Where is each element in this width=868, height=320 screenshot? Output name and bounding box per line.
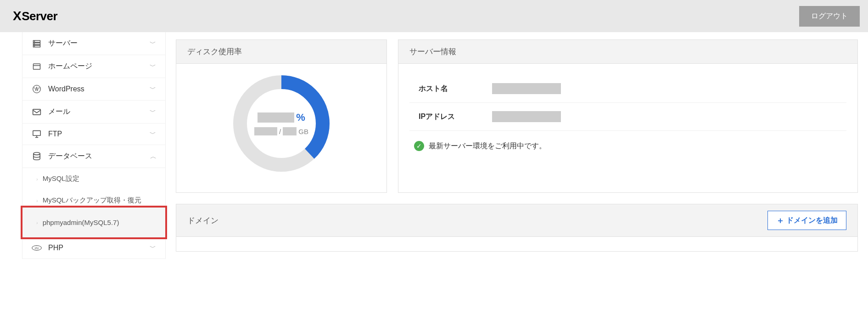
chevron-right-icon: ›: [36, 220, 38, 225]
redacted-value: [283, 127, 297, 135]
percent-sign: %: [296, 112, 305, 124]
panel-title: ディスク使用率: [176, 40, 386, 64]
sidebar-item-database[interactable]: データベース ﹀: [22, 145, 165, 168]
chevron-down-icon: ﹀: [150, 39, 156, 48]
sidebar: サーバー ﹀ ホームページ ﹀ WordPress ﹀ メール ﹀: [22, 32, 166, 259]
sidebar-subitem-mysql-settings[interactable]: › MySQL設定: [22, 168, 165, 190]
disk-usage-panel: ディスク使用率 %: [176, 39, 387, 193]
chevron-right-icon: ›: [36, 198, 38, 203]
sidebar-subitem-label: MySQL設定: [43, 174, 79, 183]
logo: XXServerServer: [13, 9, 57, 23]
sidebar-subitem-label: phpmyadmin(MySQL5.7): [43, 219, 119, 226]
sidebar-item-label: FTP: [48, 130, 150, 138]
sidebar-subitem-mysql-backup[interactable]: › MySQLバックアップ取得・復元: [22, 190, 165, 208]
wordpress-icon: [32, 84, 42, 94]
main-content: ディスク使用率 %: [166, 32, 868, 259]
sidebar-item-label: データベース: [48, 152, 150, 161]
sidebar-item-label: PHP: [48, 244, 150, 252]
svg-point-13: [34, 152, 40, 155]
status-text: 最新サーバー環境をご利用中です。: [429, 141, 546, 151]
chevron-down-icon: ﹀: [150, 130, 156, 138]
sidebar-item-label: WordPress: [48, 85, 150, 93]
svg-rect-10: [33, 131, 40, 136]
redacted-value: [492, 83, 561, 94]
chevron-down-icon: ﹀: [150, 62, 156, 71]
info-row-hostname: ホスト名: [409, 75, 846, 103]
svg-text:php: php: [35, 247, 39, 249]
status-row: ✓ 最新サーバー環境をご利用中です。: [409, 131, 846, 156]
sidebar-subitem-phpmyadmin[interactable]: › phpmyadmin(MySQL5.7): [22, 208, 165, 237]
chevron-down-icon: ﹀: [150, 244, 156, 252]
sidebar-item-php[interactable]: php PHP ﹀: [22, 237, 165, 259]
highlight-annotation: › phpmyadmin(MySQL5.7): [21, 206, 167, 239]
svg-rect-9: [33, 109, 41, 115]
redacted-value: [254, 127, 277, 135]
chevron-right-icon: ›: [36, 176, 38, 182]
chevron-down-icon: ﹀: [150, 108, 156, 116]
redacted-value: [492, 111, 561, 122]
browser-icon: [32, 63, 42, 70]
info-row-ip: IPアドレス: [409, 103, 846, 131]
check-circle-icon: ✓: [414, 141, 424, 151]
sidebar-item-label: メール: [48, 107, 150, 117]
disk-usage-chart: % / GB: [231, 73, 332, 174]
database-icon: [32, 152, 42, 161]
chevron-down-icon: ﹀: [150, 85, 156, 93]
mail-icon: [32, 108, 42, 116]
plus-icon: ＋: [776, 215, 784, 226]
svg-point-4: [34, 44, 35, 44]
server-info-panel: サーバー情報 ホスト名 IPアドレス ✓ 最新サーバー環境をご利用中です。: [398, 39, 858, 193]
sidebar-subitem-label: MySQLバックアップ取得・復元: [43, 196, 141, 205]
domain-panel: ドメイン ＋ ドメインを追加: [176, 204, 858, 252]
sidebar-item-mail[interactable]: メール ﹀: [22, 101, 165, 124]
php-icon: php: [32, 245, 42, 251]
info-label: ホスト名: [419, 84, 492, 94]
logout-button[interactable]: ログアウト: [799, 6, 860, 27]
svg-rect-6: [34, 64, 40, 69]
svg-point-5: [34, 46, 35, 46]
chevron-up-icon: ﹀: [150, 152, 156, 161]
svg-point-8: [33, 85, 41, 93]
add-domain-button[interactable]: ＋ ドメインを追加: [767, 211, 846, 230]
app-header: XXServerServer ログアウト: [0, 0, 868, 32]
server-icon: [32, 39, 42, 48]
redacted-value: [258, 112, 294, 123]
unit-label: GB: [298, 128, 308, 135]
sidebar-item-label: ホームページ: [48, 62, 150, 71]
monitor-icon: [32, 130, 42, 138]
panel-title: サーバー情報: [398, 40, 857, 64]
sidebar-item-ftp[interactable]: FTP ﹀: [22, 124, 165, 145]
sidebar-item-label: サーバー: [48, 39, 150, 48]
svg-point-3: [34, 41, 35, 41]
info-label: IPアドレス: [419, 112, 492, 122]
panel-title: ドメイン: [187, 215, 218, 226]
sidebar-item-server[interactable]: サーバー ﹀: [22, 32, 165, 55]
sidebar-item-wordpress[interactable]: WordPress ﹀: [22, 78, 165, 101]
sidebar-item-homepage[interactable]: ホームページ ﹀: [22, 55, 165, 78]
